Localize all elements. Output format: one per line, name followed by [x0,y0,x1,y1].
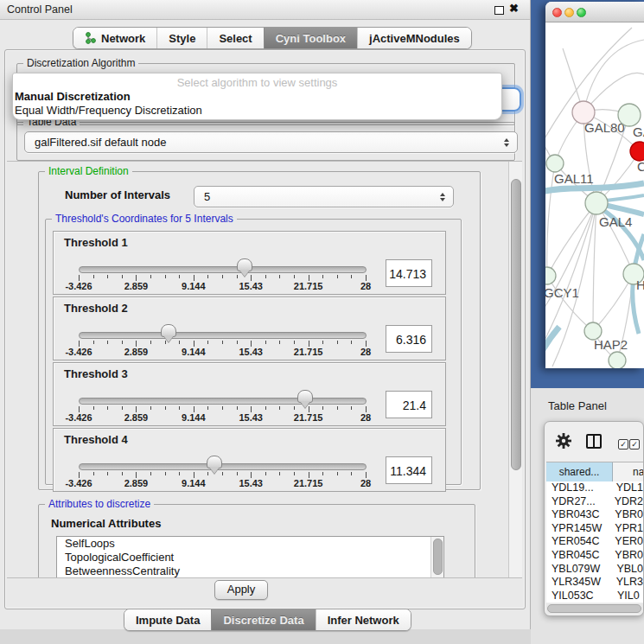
attributes-group: Attributes to discretize Numerical Attri… [38,504,475,578]
deselect-all-checkbox-icon[interactable]: ✓ [629,439,640,450]
network-node[interactable] [609,352,626,368]
numerical-attributes-label: Numerical Attributes [51,517,161,530]
table-column-header-2[interactable]: name [613,462,644,481]
table-row[interactable]: YIL053CYIL0 [546,590,643,603]
table-rows: YDL19...YDL1YDR27...YDR2YBR043CYBR0YPR14… [546,481,643,603]
threshold-box-4: Threshold 4-3.4262.8599.14415.4321.71528… [53,428,446,492]
tick-label: 21.715 [286,478,331,488]
table-row[interactable]: YBR043CYBR0 [546,508,643,522]
table-row[interactable]: YER054CYER0 [546,535,643,549]
threshold-slider-track[interactable] [79,266,367,273]
attribute-list-item[interactable]: TopologicalCoefficient [57,551,443,564]
table-cell-shared-name: YDR27... [546,495,610,509]
threshold-box-2: Threshold 2-3.4262.8599.14415.4321.71528… [53,296,446,360]
table-row[interactable]: YDL19...YDL1 [546,481,643,495]
table-toolbar: ✓ ✓ [545,422,643,461]
network-canvas[interactable]: GAL80GACGAL11GAL4GCY1HHAP2 [545,22,644,368]
table-row[interactable]: YBL079WYBL0 [546,563,643,577]
list-scrollbar-thumb[interactable] [433,539,443,575]
tab-cyni-toolbox[interactable]: Cyni Toolbox [264,28,357,48]
network-node-gal11[interactable] [546,155,564,172]
tab-label: Select [219,32,252,45]
algorithm-option-equal-width[interactable]: Equal Width/Frequency Discretization [13,103,501,117]
tab-style[interactable]: Style [156,28,207,48]
attributes-group-title: Attributes to discretize [45,498,154,510]
table-hscrollbar-thumb[interactable] [547,604,641,613]
zoom-window-icon[interactable] [577,8,586,17]
threshold-value-field[interactable]: 14.713 [386,259,432,287]
table-row[interactable]: YBR045CYBR0 [546,549,643,563]
threshold-slider-thumb[interactable] [297,390,313,403]
panel-scrollbar-thumb[interactable] [511,179,521,470]
table-panel-title: Table Panel [548,399,607,412]
tab-network[interactable]: Network [73,28,156,48]
minimize-window-icon[interactable] [564,8,574,17]
network-node-label: GAL4 [599,214,632,229]
cyni-tab-discretize-data[interactable]: Discretize Data [211,609,315,630]
threshold-value-field[interactable]: 6.316 [386,325,432,353]
cyni-tab-infer-network[interactable]: Infer Network [316,609,411,630]
cyni-tab-impute-data[interactable]: Impute Data [124,609,211,630]
threshold-value-field[interactable]: 11.344 [386,456,432,484]
number-of-intervals-combobox[interactable]: 5 [194,186,454,207]
tick-label: 9.144 [171,281,216,291]
list-scrollbar[interactable] [430,537,443,578]
threshold-box-3: Threshold 3-3.4262.8599.14415.4321.71528… [53,362,446,426]
gear-icon[interactable] [556,433,571,449]
apply-button[interactable]: Apply [214,580,268,600]
attribute-list-item[interactable]: SelfLoops [57,537,443,551]
close-window-icon[interactable] [552,8,562,17]
tab-label: jActiveMNodules [369,32,460,45]
table-cell-shared-name: YBL079W [546,563,612,577]
threshold-slider-track[interactable] [79,332,367,339]
table-row[interactable]: YPR145WYPR1 [546,522,643,536]
tab-jactivemnodules[interactable]: jActiveMNodules [357,28,471,48]
control-panel-tabbar: NetworkStyleSelectCyni ToolboxjActiveMNo… [73,27,472,49]
table-data-group: Table Data galFiltered.sif default node [16,122,515,161]
table-row[interactable]: YLR345WYLR3 [546,576,643,590]
panel-scrollbar[interactable] [508,162,522,577]
select-all-checkbox-icon[interactable]: ✓ [618,439,628,450]
threshold-slider-thumb[interactable] [207,456,222,469]
numerical-attributes-list[interactable]: SelfLoopsTopologicalCoefficientBetweenne… [56,536,444,578]
threshold-slider-thumb[interactable] [161,324,176,337]
tick-label: -3.426 [56,281,101,291]
tick-label: 9.144 [171,412,216,423]
table-column-header-1[interactable]: shared... [546,462,613,481]
table-hscrollbar[interactable] [546,603,643,614]
table-cell-name: YDR2 [610,495,643,509]
network-node-label: GAL11 [554,171,594,186]
threshold-slider-track[interactable] [79,398,367,405]
threshold-slider-track[interactable] [79,463,367,470]
tick-label: 15.43 [228,412,273,423]
table-cell-shared-name: YBR045C [546,549,610,563]
settings-scrollpane: Interval Definition Number of Intervals … [7,161,522,578]
network-icon [85,32,97,44]
table-cell-name: YBR0 [610,508,643,522]
number-of-intervals-label: Number of Intervals [65,188,170,201]
tick-label: 15.43 [228,281,273,291]
thresholds-group: Threshold's Coordinates for 5 Intervals … [45,219,462,485]
threshold-value-field[interactable]: 21.4 [386,391,432,418]
network-graph: GAL80GACGAL11GAL4GCY1HHAP2 [545,22,644,368]
slider-tick-labels: -3.4262.8599.14415.4321.71528 [79,347,366,358]
network-node-c[interactable] [630,142,644,161]
table-cell-shared-name: YER054C [546,535,610,549]
network-node-gcy1[interactable] [545,267,556,284]
close-panel-icon[interactable]: ✖ [509,2,519,15]
float-panel-icon[interactable] [494,6,504,15]
network-node-gal4[interactable] [585,192,608,214]
split-columns-icon[interactable] [586,434,602,449]
table-data-combobox[interactable]: galFiltered.sif default node [24,131,518,153]
network-node-ga[interactable] [618,104,641,126]
algorithm-option-manual[interactable]: Manual Discretization [13,89,501,103]
threshold-slider-thumb[interactable] [237,258,252,271]
table-data-selected-value: galFiltered.sif default node [35,136,166,149]
attribute-list-item[interactable]: BetweennessCentrality [57,564,443,578]
tick-label: 2.859 [113,281,158,291]
table-cell-shared-name: YLR345W [546,576,612,590]
tab-select[interactable]: Select [207,28,263,48]
table-row[interactable]: YDR27...YDR2 [546,495,643,509]
tick-label: 28 [343,281,388,291]
tick-label: 15.43 [228,478,273,488]
